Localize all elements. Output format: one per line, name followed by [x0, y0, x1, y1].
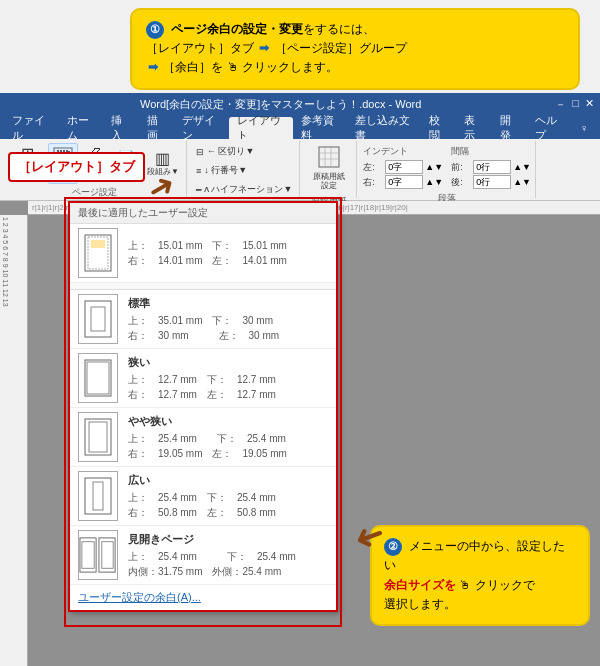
indent-left-spinner[interactable]: ▲▼	[425, 162, 443, 172]
tab-design[interactable]: デザイン	[174, 117, 229, 139]
indent-section: インデント 左: ▲▼ 右: ▲▼	[363, 145, 443, 190]
tab-help[interactable]: ヘルプ	[527, 117, 572, 139]
ribbon-group-paragraph: インデント 左: ▲▼ 右: ▲▼ 間隔 前:	[359, 141, 536, 198]
titlebar: 💾 ↩ ↪ Word[余白の設定・変更]をマスターしよう！.docx - Wor…	[0, 93, 600, 115]
ribbon-group-breaks: ⊟ ← 区切り▼ ≡ ↓ 行番号▼ ━ ᴧ ハイフネーション▼	[189, 141, 300, 198]
margin-item-mod-narrow[interactable]: やや狭い 上： 25.4 mm 下： 25.4 mm右： 19.05 mm 左：…	[70, 408, 336, 467]
hyphenation-button[interactable]: ━ ᴧ ハイフネーション▼	[193, 181, 295, 198]
genko-button[interactable]: 原稿用紙設定	[310, 143, 348, 193]
indent-left-input[interactable]	[385, 160, 423, 174]
margin-item-narrow-name: 狭い	[128, 355, 328, 370]
tab-layout[interactable]: レイアウト	[229, 117, 293, 139]
tab-review[interactable]: 校閲	[421, 117, 456, 139]
breaks-label: ← 区切り▼	[207, 145, 254, 158]
step-number-1: ①	[146, 21, 164, 39]
spacing-after-label: 後:	[451, 176, 471, 189]
margin-icon-wide	[78, 471, 118, 521]
window-title: Word[余白の設定・変更]をマスターしよう！.docx - Word	[6, 97, 555, 112]
margin-dropdown: 最後に適用したユーザー設定 上： 15.01 mm 下： 15.01 mm右： …	[68, 201, 338, 612]
breaks-icon: ⊟	[196, 147, 204, 157]
spacing-section: 間隔 前: ▲▼ 後: ▲▼	[451, 145, 531, 190]
tab-ref[interactable]: 参考資料	[293, 117, 348, 139]
page-setup-group-label: ページ設定	[72, 184, 117, 199]
svg-rect-12	[85, 360, 111, 396]
close-btn[interactable]: ✕	[585, 97, 594, 112]
spacing-before-input[interactable]	[473, 160, 511, 174]
margin-icon-custom	[78, 228, 118, 278]
svg-rect-18	[80, 538, 96, 572]
tab-mailings[interactable]: 差し込み文書	[347, 117, 421, 139]
tab-draw[interactable]: 描画	[139, 117, 174, 139]
spacing-before-spinner[interactable]: ▲▼	[513, 162, 531, 172]
genko-icon	[317, 145, 341, 172]
vertical-ruler: 1 2 3 4 5 6 7 8 9 10 11 12 13	[0, 215, 28, 666]
layout-tab-label: ［レイアウト］タブ	[8, 152, 145, 182]
indent-right-spinner[interactable]: ▲▼	[425, 177, 443, 187]
indent-right-input[interactable]	[385, 175, 423, 189]
margin-item-standard-values: 上： 35.01 mm 下： 30 mm右： 30 mm 左： 30 mm	[128, 313, 328, 343]
margin-item-wide-info: 広い 上： 25.4 mm 下： 25.4 mm右： 50.8 mm 左： 50…	[128, 473, 328, 520]
margin-item-mod-narrow-name: やや狭い	[128, 414, 328, 429]
margin-item-custom[interactable]: 上： 15.01 mm 下： 15.01 mm右： 14.01 mm 左： 14…	[70, 224, 336, 283]
svg-rect-10	[85, 301, 111, 337]
tab-dev[interactable]: 開発	[492, 117, 527, 139]
tab-view[interactable]: 表示	[456, 117, 491, 139]
instruction-bubble-1: ① ページ余白の設定・変更をするには、 ［レイアウト］タブ ➡ ［ページ設定］グ…	[130, 8, 580, 90]
margin-item-standard-info: 標準 上： 35.01 mm 下： 30 mm右： 30 mm 左： 30 mm	[128, 296, 328, 343]
line-numbers-label: ↓ 行番号▼	[204, 164, 247, 177]
margin-icon-facing	[78, 530, 118, 580]
margin-item-standard-name: 標準	[128, 296, 328, 311]
app-window: ① ページ余白の設定・変更をするには、 ［レイアウト］タブ ➡ ［ページ設定］グ…	[0, 0, 600, 666]
hyphenation-icon: ━	[196, 185, 201, 195]
margin-item-wide[interactable]: 広い 上： 25.4 mm 下： 25.4 mm右： 50.8 mm 左： 50…	[70, 467, 336, 526]
spacing-after-spinner[interactable]: ▲▼	[513, 177, 531, 187]
margin-item-custom-values: 上： 15.01 mm 下： 15.01 mm右： 14.01 mm 左： 14…	[128, 238, 328, 268]
indent-left-label: 左:	[363, 161, 383, 174]
line-numbers-button[interactable]: ≡ ↓ 行番号▼	[193, 162, 295, 179]
margin-item-facing[interactable]: 見開きページ 上： 25.4 mm 下： 25.4 mm内側：31.75 mm …	[70, 526, 336, 585]
maximize-btn[interactable]: □	[572, 97, 579, 112]
spacing-after-input[interactable]	[473, 175, 511, 189]
tab-home[interactable]: ホーム	[59, 117, 104, 139]
tab-insert[interactable]: 挿入	[103, 117, 138, 139]
margin-icon-mod-narrow	[78, 412, 118, 462]
svg-rect-2	[319, 147, 339, 167]
margin-item-narrow-info: 狭い 上： 12.7 mm 下： 12.7 mm右： 12.7 mm 左： 12…	[128, 355, 328, 402]
indent-right-label: 右:	[363, 176, 383, 189]
margin-icon-narrow	[78, 353, 118, 403]
margin-item-facing-name: 見開きページ	[128, 532, 328, 547]
ribbon-tab-bar: ファイル ホーム 挿入 描画 デザイン レイアウト 参考資料 差し込み文書 校閲…	[0, 115, 600, 139]
margin-item-wide-values: 上： 25.4 mm 下： 25.4 mm右： 50.8 mm 左： 50.8 …	[128, 490, 328, 520]
dropdown-subheader-standard	[70, 283, 336, 290]
dropdown-header: 最後に適用したユーザー設定	[70, 203, 336, 224]
breaks-button[interactable]: ⊟ ← 区切り▼	[193, 143, 295, 160]
ribbon-group-genko: 原稿用紙設定 原稿用紙	[302, 141, 357, 198]
minimize-btn[interactable]: －	[555, 97, 566, 112]
margin-item-mod-narrow-info: やや狭い 上： 25.4 mm 下： 25.4 mm右： 19.05 mm 左：…	[128, 414, 328, 461]
genko-label: 原稿用紙設定	[313, 173, 345, 191]
svg-rect-16	[85, 478, 111, 514]
svg-rect-9	[91, 240, 105, 248]
tab-search[interactable]: ♀	[572, 117, 596, 139]
margin-item-facing-info: 見開きページ 上： 25.4 mm 下： 25.4 mm内側：31.75 mm …	[128, 532, 328, 579]
hyphenation-label: ᴧ ハイフネーション▼	[204, 183, 292, 196]
margin-item-custom-info: 上： 15.01 mm 下： 15.01 mm右： 14.01 mm 左： 14…	[128, 238, 328, 268]
margin-icon-standard	[78, 294, 118, 344]
line-numbers-icon: ≡	[196, 166, 201, 176]
margin-item-mod-narrow-values: 上： 25.4 mm 下： 25.4 mm右： 19.05 mm 左： 19.0…	[128, 431, 328, 461]
instruction-bubble-2: ② メニューの中から、設定したい 余白サイズを 🖱 クリックで 選択します。	[370, 525, 590, 626]
margin-item-facing-values: 上： 25.4 mm 下： 25.4 mm内側：31.75 mm 外側：25.4…	[128, 549, 328, 579]
margin-item-standard[interactable]: 標準 上： 35.01 mm 下： 30 mm右： 30 mm 左： 30 mm	[70, 290, 336, 349]
margin-item-narrow[interactable]: 狭い 上： 12.7 mm 下： 12.7 mm右： 12.7 mm 左： 12…	[70, 349, 336, 408]
margin-item-narrow-values: 上： 12.7 mm 下： 12.7 mm右： 12.7 mm 左： 12.7 …	[128, 372, 328, 402]
custom-margins-link[interactable]: ユーザー設定の余白(A)...	[70, 585, 336, 610]
spacing-before-label: 前:	[451, 161, 471, 174]
margin-item-wide-name: 広い	[128, 473, 328, 488]
tab-file[interactable]: ファイル	[4, 117, 59, 139]
